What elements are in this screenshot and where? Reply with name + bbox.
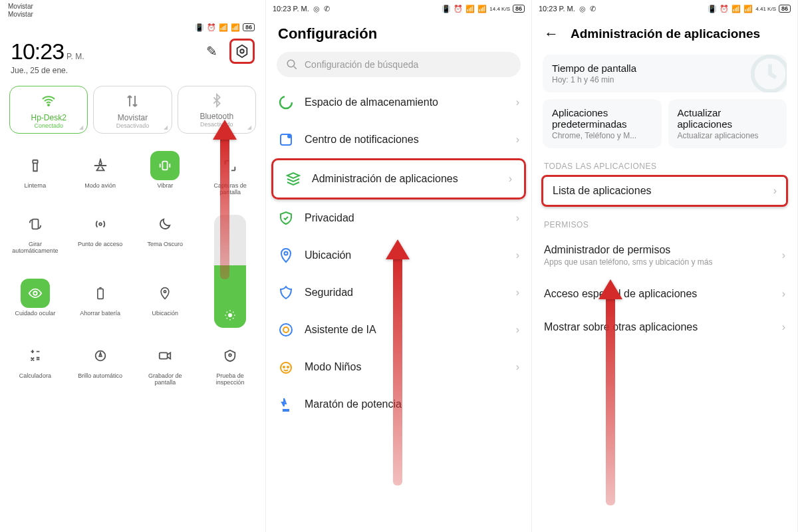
chevron-right-icon: › [516, 96, 519, 108]
autorotate-toggle[interactable]: Girar automáticamente [3, 203, 68, 272]
vibrate-icon: 📳 [195, 23, 204, 32]
airplane-toggle[interactable]: Modo avión [68, 144, 133, 203]
svg-point-22 [283, 366, 285, 368]
svg-point-13 [229, 354, 231, 356]
battery-icon: 86 [243, 23, 255, 31]
settings-row-location[interactable]: Ubicación› [266, 237, 531, 274]
eyecare-toggle[interactable]: Cuidado ocular [3, 272, 68, 334]
wifi-icon: 📶 [219, 23, 228, 32]
calculator-toggle[interactable]: Calculadora [3, 334, 68, 393]
svg-rect-12 [160, 352, 168, 358]
search-icon [286, 59, 298, 70]
security-icon [278, 285, 294, 301]
svg-point-18 [285, 252, 288, 255]
clock-icon [747, 55, 787, 92]
hotspot-toggle[interactable]: Punto de acceso [68, 203, 133, 272]
svg-point-2 [48, 104, 49, 106]
svg-rect-5 [32, 219, 38, 229]
edit-icon[interactable]: ✎ [206, 43, 217, 59]
alarm-icon: ⏰ [207, 23, 216, 32]
volume-slider-cell[interactable] [198, 203, 263, 334]
wifi-tile[interactable]: Hp-Desk2 Conectado ◢ [9, 86, 88, 134]
settings-gear-button[interactable] [229, 39, 255, 64]
bluetooth-tile[interactable]: Bluetooth Desactivado ◢ [178, 86, 256, 134]
section-permissions: PERMISOS [532, 207, 797, 233]
svg-point-17 [288, 135, 291, 138]
inspection-toggle[interactable]: Prueba de inspección [198, 334, 263, 393]
location-icon [278, 247, 294, 263]
svg-point-6 [99, 223, 102, 225]
svg-rect-3 [33, 160, 37, 164]
settings-row-security[interactable]: Seguridad› [266, 274, 531, 311]
default-apps-card[interactable]: Aplicaciones predeterminadas Chrome, Tel… [543, 99, 662, 148]
svg-point-10 [164, 291, 166, 293]
storage-icon [278, 94, 294, 110]
instagram-icon: ◎ [313, 5, 320, 13]
kids-icon [278, 359, 294, 375]
privacy-icon [278, 210, 294, 226]
svg-point-7 [228, 313, 232, 317]
section-all-apps: TODAS LAS APLICACIONES [532, 148, 797, 175]
location-toggle[interactable]: Ubicación [133, 272, 198, 334]
vibrate-toggle[interactable]: Vibrar [133, 144, 198, 203]
screen-app-management: 10:23 P. M.◎✆ 📳⏰📶📶4.41 K/S86 ← Administr… [532, 0, 798, 532]
screenshot-toggle[interactable]: Capturas de pantalla [198, 144, 263, 203]
settings-search[interactable]: Configuración de búsqueda [277, 52, 521, 77]
screen-quick-settings: Movistar Movistar 📳 ⏰ 📶 📶 86 10:23P. M. … [0, 0, 266, 532]
clock-block: 10:23P. M. Jue., 25 de ene. [11, 39, 84, 75]
settings-row-privacy[interactable]: Privacidad› [266, 200, 531, 237]
svg-rect-9 [97, 289, 102, 299]
mobile-data-tile[interactable]: Movistar Desactivado ◢ [93, 86, 172, 134]
screentime-card[interactable]: Tiempo de pantalla Hoy: 1 h y 46 min [543, 55, 787, 92]
carrier-label: Movistar Movistar [0, 0, 265, 19]
settings-row-ai-assistant[interactable]: Asistente de IA› [266, 311, 531, 348]
back-button[interactable]: ← [544, 25, 559, 43]
ai-icon [278, 322, 294, 338]
darkmode-toggle[interactable]: Tema Oscuro [133, 203, 198, 272]
power-icon [278, 396, 294, 412]
svg-point-1 [240, 49, 244, 53]
page-title: Configuración [266, 17, 531, 52]
clock-time: 10:23 [11, 39, 64, 64]
special-access-row[interactable]: Acceso especial de aplicaciones› [532, 277, 797, 311]
display-over-apps-row[interactable]: Mostrar sobre otras aplicaciones› [532, 311, 797, 344]
app-list-row[interactable]: Lista de aplicaciones› [541, 175, 788, 207]
settings-row-notifications[interactable]: Centro de notificaciones› [266, 121, 531, 158]
screenrecord-toggle[interactable]: Grabador de pantalla [133, 334, 198, 393]
battery-saver-toggle[interactable]: Ahorrar batería [68, 272, 133, 334]
svg-point-8 [33, 291, 37, 295]
update-apps-card[interactable]: Actualizar aplicaciones Actualizar aplic… [668, 99, 787, 148]
svg-point-14 [287, 60, 295, 67]
svg-rect-4 [163, 162, 168, 170]
flashlight-toggle[interactable]: Linterna [3, 144, 68, 203]
svg-point-23 [287, 366, 289, 368]
permission-manager-row[interactable]: Administrador de permisos Apps que usan … [532, 233, 797, 277]
svg-point-21 [281, 362, 291, 373]
whatsapp-icon: ✆ [324, 5, 330, 13]
svg-point-19 [280, 324, 292, 336]
svg-marker-0 [237, 45, 247, 57]
settings-row-storage[interactable]: Espacio de almacenamiento› [266, 84, 531, 121]
settings-row-kids-mode[interactable]: Modo Niños› [266, 348, 531, 386]
svg-point-15 [280, 96, 292, 108]
autobrightness-toggle[interactable]: Brillo automático [68, 334, 133, 393]
page-title: Administración de aplicaciones [571, 27, 760, 41]
status-bar: 10:23 P. M.◎✆ 📳⏰📶📶14.4 K/S86 [266, 0, 531, 17]
status-bar: 10:23 P. M.◎✆ 📳⏰📶📶4.41 K/S86 [532, 0, 797, 17]
signal-icon: 📶 [231, 23, 240, 32]
settings-row-power-marathon[interactable]: Maratón de potencia [266, 386, 531, 423]
apps-icon [285, 171, 301, 187]
screen-settings: 10:23 P. M.◎✆ 📳⏰📶📶14.4 K/S86 Configuraci… [266, 0, 532, 532]
chevron-right-icon: › [773, 185, 777, 197]
settings-row-app-management[interactable]: Administración de aplicaciones› [273, 160, 524, 198]
clock-date: Jue., 25 de ene. [11, 66, 84, 75]
svg-point-20 [283, 327, 289, 332]
notification-icon [278, 132, 294, 148]
status-bar: 📳 ⏰ 📶 📶 86 [188, 19, 261, 36]
